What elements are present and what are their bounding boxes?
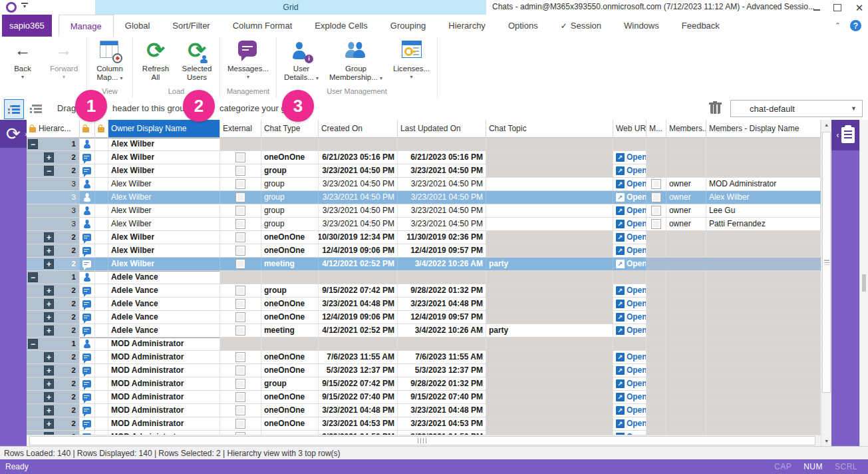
column-map-button[interactable]: ColumnMap... ▾ [89,37,130,83]
minimize-button[interactable] [813,4,820,11]
external-cell[interactable] [220,164,261,177]
tab-sort-filter[interactable]: Sort/Filter [161,15,221,37]
maximize-button[interactable] [833,4,841,11]
external-cell[interactable] [220,351,261,363]
expand-button[interactable]: + [44,365,54,375]
tab-hierarchy[interactable]: Hierarchy [437,15,497,37]
expand-button[interactable]: + [44,259,54,269]
open-link[interactable]: ↗Open [616,246,647,255]
column-header-hierarc[interactable]: Hierarc... [27,120,80,137]
member-flag-cell[interactable] [647,204,666,217]
member-flag-cell[interactable] [647,218,666,230]
checkbox[interactable] [651,179,661,189]
table-row[interactable]: −1MOD Administrator [27,338,821,351]
external-cell[interactable] [220,284,261,297]
tab-manage[interactable]: Manage [59,15,114,37]
table-row[interactable]: +2MOD AdministratoroneOnOne3/23/2021 04:… [27,417,821,431]
panel-scrollbar-thumb[interactable] [862,274,866,292]
list-view-toggle[interactable] [27,99,45,118]
table-row[interactable]: +2MOD AdministratoroneOnOne3/23/2021 04:… [27,404,821,417]
table-row[interactable]: +2MOD AdministratoroneOnOne5/3/2023 12:3… [27,364,821,377]
external-cell[interactable] [220,178,261,190]
external-cell[interactable] [220,377,261,390]
external-cell[interactable] [220,364,261,377]
quick-access-dropdown[interactable]: ▾ [21,3,28,9]
table-row[interactable]: +2Adele VanceoneOnOne12/4/2019 09:06 PM1… [27,311,821,324]
licenses-button[interactable]: Licenses...▾ [388,37,435,80]
expand-button[interactable]: + [44,232,54,242]
back-button[interactable]: ←Back▾ [2,37,43,80]
checkbox[interactable] [235,299,245,309]
collapse-button[interactable]: − [28,272,38,282]
expand-button[interactable]: + [44,246,54,256]
expand-button[interactable]: + [44,419,54,429]
table-row[interactable]: +2MOD AdministratoroneOnOne9/15/2022 07:… [27,391,821,404]
settings-panel-button[interactable]: ⟳› [0,120,27,148]
open-link[interactable]: ↗Open [616,232,647,242]
table-row[interactable]: 3Alex Wilbergroup3/23/2021 04:50 PM3/23/… [27,191,821,204]
table-row[interactable]: −1Adele Vance [27,271,821,284]
open-link[interactable]: ↗Open [616,326,647,335]
help-icon[interactable]: ? [850,20,861,31]
checkbox[interactable] [235,259,245,269]
tab-sapio365[interactable]: sapio365 [2,15,52,37]
messages-button[interactable]: Messages...▾ [222,37,274,80]
tab-session[interactable]: ✓Session [549,15,613,37]
table-row[interactable]: +2Alex WilberoneOnOne6/21/2023 05:16 PM6… [27,151,821,164]
checkbox[interactable] [235,219,245,229]
column-header-m[interactable]: M... [647,120,666,137]
checkbox[interactable] [235,326,245,336]
member-flag-cell[interactable] [647,191,666,204]
column-header-members[interactable]: Members... [666,120,706,137]
checkbox[interactable] [235,246,245,256]
checkbox[interactable] [235,179,245,189]
column-header-owner-display-name[interactable]: Owner Display Name [108,120,220,137]
external-cell[interactable] [220,231,261,244]
checkbox[interactable] [235,206,245,216]
column-header-external[interactable]: External [220,120,261,137]
open-link[interactable]: ↗Open [616,179,647,188]
checkbox[interactable] [651,192,661,202]
expand-button[interactable]: + [44,352,54,362]
checkbox[interactable] [235,232,245,242]
view-preset-dropdown[interactable]: chat-default ▼ [730,100,863,117]
external-cell[interactable] [220,191,261,204]
column-header-chat-topic[interactable]: Chat Topic [486,120,613,137]
open-link[interactable]: ↗Open [616,419,647,428]
table-row[interactable]: +2MOD Administratorgroup9/15/2022 07:42 … [27,377,821,391]
open-link[interactable]: ↗Open [616,352,647,361]
checkbox[interactable] [235,192,245,202]
checkbox[interactable] [651,219,661,229]
refresh-all-button[interactable]: ⟳RefreshAll [135,37,176,82]
table-row[interactable]: +2Adele Vancemeeting4/12/2021 02:52 PM3/… [27,324,821,338]
checkbox[interactable] [235,166,245,176]
checkbox[interactable] [235,286,245,296]
close-button[interactable]: ✕ [855,3,864,13]
table-row[interactable]: +2Adele Vancegroup9/15/2022 07:42 PM9/28… [27,284,821,298]
expand-button[interactable]: + [44,286,54,296]
external-cell[interactable] [220,324,261,337]
table-row[interactable]: −2Alex Wilbergroup3/23/2021 04:50 PM3/23… [27,164,821,178]
vertical-scrollbar[interactable]: ▲ ▼ [821,120,831,446]
checkbox[interactable] [235,405,245,415]
column-header-lock-1[interactable] [80,120,95,137]
expand-button[interactable]: + [44,392,54,402]
external-cell[interactable] [220,311,261,324]
column-header-created-on[interactable]: Created On [319,120,398,137]
table-row[interactable]: +2Adele VanceoneOnOne3/23/2021 04:48 PM3… [27,298,821,311]
open-link[interactable]: ↗Open [616,405,647,415]
checkbox[interactable] [651,206,661,216]
open-link[interactable]: ↗Open [616,299,647,308]
vertical-scrollbar-thumb[interactable] [822,132,831,393]
collapse-button[interactable]: − [44,166,54,176]
open-link[interactable]: ↗Open [616,206,647,215]
expand-button[interactable]: + [44,326,54,336]
expand-button[interactable]: + [44,299,54,309]
tab-explode-cells[interactable]: Explode Cells [303,15,379,37]
tab-windows[interactable]: Windows [613,15,670,37]
table-row[interactable]: +2Alex WilberoneOnOne10/30/2019 12:34 PM… [27,231,821,244]
expand-button[interactable]: + [44,152,54,162]
external-cell[interactable] [220,258,261,270]
checkbox[interactable] [235,419,245,429]
external-cell[interactable] [220,404,261,417]
